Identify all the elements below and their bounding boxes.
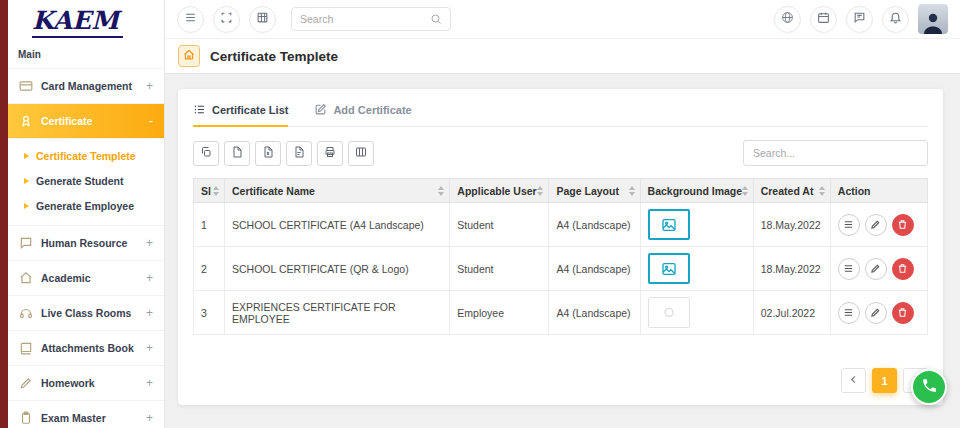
sidebar-subitem-generate-student[interactable]: Generate Student — [8, 169, 164, 194]
pagination-prev-button[interactable] — [841, 368, 866, 393]
delete-button[interactable] — [892, 302, 914, 324]
chevron-left-icon — [848, 374, 859, 387]
file-excel-icon — [262, 146, 274, 161]
column-header-applicable-user[interactable]: Applicable User — [450, 179, 549, 203]
copy-button[interactable] — [193, 141, 219, 166]
user-avatar[interactable] — [918, 4, 948, 34]
sidebar-item-certificate[interactable]: Certificate - — [8, 103, 164, 138]
table-search-input[interactable] — [743, 140, 928, 166]
certificate-table: Sl Certificate Name Applicable User Page… — [193, 178, 928, 335]
tab-certificate-list[interactable]: Certificate List — [193, 103, 288, 127]
row-actions — [838, 302, 920, 324]
export-pdf-button[interactable] — [286, 141, 312, 166]
image-thumbnail[interactable] — [648, 297, 690, 328]
export-excel-button[interactable] — [255, 141, 281, 166]
expand-toggle: + — [146, 411, 153, 425]
list-icon — [193, 103, 206, 116]
edit-button[interactable] — [865, 302, 887, 324]
cell-sl: 1 — [194, 203, 225, 247]
tab-label: Add Certificate — [333, 104, 411, 116]
table-row: 3 EXPRIENCES CERTIFICATE FOR EMPLOYEE Em… — [194, 291, 928, 335]
sort-icon — [629, 186, 635, 196]
sidebar-item-homework[interactable]: Homework + — [8, 365, 164, 400]
cell-page-layout: A4 (Landscape) — [549, 203, 640, 247]
column-header-created-at[interactable]: Created At — [753, 179, 830, 203]
details-button[interactable] — [838, 302, 860, 324]
fullscreen-button[interactable] — [213, 6, 240, 33]
details-button[interactable] — [838, 214, 860, 236]
certificate-submenu: Certificate Templete Generate Student Ge… — [8, 138, 164, 225]
sidebar: KAEM Main Card Management + Certificate … — [8, 0, 165, 428]
sidebar-item-human-resource[interactable]: Human Resource + — [8, 225, 164, 260]
sidebar-subitem-certificate-templete[interactable]: Certificate Templete — [8, 144, 164, 169]
tab-bar: Certificate List Add Certificate — [193, 89, 928, 127]
expand-toggle: + — [146, 341, 153, 355]
sidebar-item-exam-master[interactable]: Exam Master + — [8, 400, 164, 428]
copy-icon — [200, 146, 212, 161]
sidebar-item-attachments-book[interactable]: Attachments Book + — [8, 330, 164, 365]
sidebar-item-academic[interactable]: Academic + — [8, 260, 164, 295]
tab-add-certificate[interactable]: Add Certificate — [314, 103, 411, 127]
sidebar-item-label: Card Management — [41, 80, 138, 92]
notifications-button[interactable] — [882, 6, 909, 33]
image-thumbnail[interactable] — [648, 209, 690, 240]
cell-sl: 3 — [194, 291, 225, 335]
column-visibility-button[interactable] — [348, 141, 374, 166]
edit-button[interactable] — [865, 258, 887, 280]
home-button[interactable] — [178, 45, 200, 67]
whatsapp-phone-icon — [921, 377, 938, 398]
messages-button[interactable] — [846, 6, 873, 33]
bell-icon — [889, 11, 902, 27]
brand-logo[interactable]: KAEM — [8, 0, 164, 41]
print-button[interactable] — [317, 141, 343, 166]
column-header-certificate-name[interactable]: Certificate Name — [225, 179, 450, 203]
sidebar-item-live-class-rooms[interactable]: Live Class Rooms + — [8, 295, 164, 330]
cell-actions — [830, 203, 927, 247]
cell-applicable-user: Employee — [450, 291, 549, 335]
edit-button[interactable] — [865, 214, 887, 236]
table-row: 1 SCHOOL CERTIFICATE (A4 Landscape) Stud… — [194, 203, 928, 247]
export-csv-button[interactable] — [224, 141, 250, 166]
column-header-sl[interactable]: Sl — [194, 179, 225, 203]
expand-toggle: + — [146, 79, 153, 93]
caret-right-icon — [24, 203, 29, 209]
cell-background-image — [640, 291, 753, 335]
sidebar-subitem-generate-employee[interactable]: Generate Employee — [8, 194, 164, 219]
menu-toggle-button[interactable] — [177, 6, 204, 33]
collapse-toggle: - — [149, 114, 153, 128]
sidebar-subitem-label: Generate Employee — [36, 200, 134, 212]
sidebar-item-label: Exam Master — [41, 412, 138, 424]
whatsapp-button[interactable] — [911, 369, 947, 405]
message-icon — [853, 11, 866, 27]
grid-icon — [256, 11, 269, 27]
fullscreen-icon — [220, 11, 233, 27]
certificate-icon — [19, 114, 33, 128]
sidebar-item-card-management[interactable]: Card Management + — [8, 68, 164, 103]
details-button[interactable] — [838, 258, 860, 280]
table-header-row: Sl Certificate Name Applicable User Page… — [194, 179, 928, 203]
cell-page-layout: A4 (Landscape) — [549, 291, 640, 335]
calendar-button[interactable] — [810, 6, 837, 33]
column-header-action: Action — [830, 179, 927, 203]
pagination-page-1[interactable]: 1 — [872, 368, 897, 393]
edit-icon — [314, 103, 327, 116]
column-header-background-image[interactable]: Background Image — [640, 179, 753, 203]
certificate-card: Certificate List Add Certificate — [178, 89, 943, 405]
global-search-input[interactable] — [300, 13, 430, 25]
print-icon — [324, 146, 336, 161]
main-area: Certificate Templete Certificate List Ad… — [165, 0, 960, 428]
brand-logo-text: KAEM — [32, 7, 123, 38]
row-actions — [838, 258, 920, 280]
expand-toggle: + — [146, 236, 153, 250]
delete-button[interactable] — [892, 214, 914, 236]
page-title-bar: Certificate Templete — [165, 38, 960, 74]
column-header-page-layout[interactable]: Page Layout — [549, 179, 640, 203]
delete-button[interactable] — [892, 258, 914, 280]
cell-created-at: 02.Jul.2022 — [753, 291, 830, 335]
language-button[interactable] — [774, 6, 801, 33]
sidebar-subitem-label: Certificate Templete — [36, 150, 136, 162]
cell-certificate-name: EXPRIENCES CERTIFICATE FOR EMPLOYEE — [225, 291, 450, 335]
image-thumbnail[interactable] — [648, 253, 690, 284]
apps-grid-button[interactable] — [249, 6, 276, 33]
sidebar-item-label: Homework — [41, 377, 138, 389]
